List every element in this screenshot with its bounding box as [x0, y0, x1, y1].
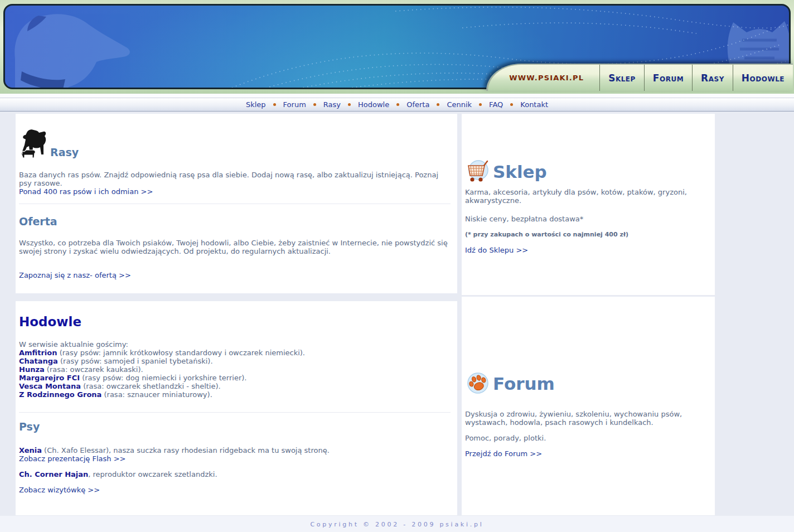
psy-entry-2: Ch. Corner Hajan, reproduktor owczarek s… [19, 470, 451, 478]
site-url-label: WWW.PSIAKI.PL [509, 74, 584, 82]
kennel-details: (rasa: owczarek kaukaski). [45, 365, 143, 374]
rasy-header-row: Rasy [19, 128, 451, 158]
header-tabs: Sklep Forum Rasy Hodowle [599, 65, 793, 91]
psy-card-link[interactable]: Zobacz wizytówkę >> [19, 486, 451, 494]
kennel-details: (rasa: sznaucer miniaturowy). [101, 390, 212, 399]
forum-header-row: Forum [465, 370, 708, 396]
dog-name: Ch. Corner Hajan [19, 470, 88, 478]
rasy-link[interactable]: Ponad 400 ras psów i ich odmian >> [19, 187, 451, 196]
nav-item-kontakt[interactable]: Kontakt [518, 100, 550, 109]
kennel-details: (rasy psów: jamnik krótkowłosy standardo… [57, 349, 306, 357]
psy-flash-link[interactable]: Zobacz prezentację Flash >> [19, 454, 451, 463]
nav-bullet-icon [396, 103, 399, 106]
forum-description: Dyskusja o zdrowiu, żywieniu, szkoleniu,… [465, 410, 708, 427]
rasy-description: Baza danych ras psów. Znajdź odpowiednią… [19, 171, 451, 187]
sklep-title: Sklep [493, 162, 547, 182]
tab-rasy[interactable]: Rasy [692, 65, 733, 91]
main-content: Rasy Baza danych ras psów. Znajdź odpowi… [0, 112, 794, 515]
kennel-list-item: Amfitrion (rasy psów: jamnik krótkowłosy… [19, 349, 451, 357]
oferta-link[interactable]: Zapoznaj się z nasz- ofertą >> [19, 271, 451, 279]
hodowle-title: Hodowle [19, 315, 451, 329]
nav-item-oferta[interactable]: Oferta [404, 100, 432, 109]
oferta-title: Oferta [19, 215, 451, 228]
page-header: WWW.PSIAKI.PL Sklep Forum Rasy Hodowle [0, 0, 794, 94]
rasy-title: Rasy [50, 146, 79, 158]
nav-item-rasy[interactable]: Rasy [321, 100, 343, 109]
kennel-name[interactable]: Chatanga [19, 357, 58, 365]
kennel-name[interactable]: Vesca Montana [19, 382, 81, 390]
nav-bullet-icon [510, 103, 513, 106]
kennel-details: (rasa: owczarek shetlandzki - sheltie). [81, 382, 221, 390]
tab-forum[interactable]: Forum [644, 65, 692, 91]
kennel-name[interactable]: Hunza [19, 365, 45, 374]
sklep-note: (* przy zakupach o wartości co najmniej … [465, 231, 708, 238]
nav-bullet-icon [437, 103, 439, 106]
tab-hodowle[interactable]: Hodowle [733, 65, 793, 91]
kennel-list-item: Margarejro FCI (rasy psów: dog niemiecki… [19, 374, 451, 382]
panel-hodowle-psy: Hodowle W serwisie aktualnie gościmy: Am… [16, 301, 457, 515]
dog-details: (Ch. Xafo Elessar), nasza suczka rasy rh… [42, 446, 330, 454]
dog-name: Xenia [19, 446, 42, 454]
secondary-nav: Sklep Forum Rasy Hodowle Oferta Cennik F… [0, 98, 794, 112]
panel-rasy-oferta: Rasy Baza danych ras psów. Znajdź odpowi… [16, 114, 457, 293]
tab-sklep[interactable]: Sklep [599, 65, 644, 91]
hodowle-intro: W serwisie aktualnie gościmy: [19, 340, 451, 349]
sklep-promo: Niskie ceny, bezpłatna dostawa* [465, 215, 708, 223]
nav-bullet-icon [273, 103, 276, 106]
sklep-link[interactable]: Idź do Sklepu >> [465, 246, 708, 254]
forum-title: Forum [493, 374, 555, 394]
psy-entry-1: Xenia (Ch. Xafo Elessar), nasza suczka r… [19, 446, 451, 454]
kennel-name[interactable]: Z Rodzinnego Grona [19, 390, 101, 399]
section-divider [19, 204, 451, 204]
kennel-name[interactable]: Margarejro FCI [19, 374, 80, 382]
kennel-details: (rasy psów: dog niemiecki i yorkshire te… [80, 374, 246, 382]
psy-title: Psy [19, 420, 451, 433]
subnav-spacer [0, 94, 794, 98]
nav-bullet-icon [348, 103, 351, 106]
dogs-silhouette-icon [19, 128, 48, 158]
kennel-list-item: Hunza (rasa: owczarek kaukaski). [19, 365, 451, 374]
right-column: Sklep Karma, akcesoria, artykuły dla psó… [462, 114, 715, 515]
nav-item-forum[interactable]: Forum [281, 100, 308, 109]
sklep-description: Karma, akcesoria, artykuły dla psów, kot… [465, 188, 708, 205]
kennel-list-item: Chatanga (rasy psów: samojed i spaniel t… [19, 357, 451, 365]
forum-promo: Pomoc, porady, plotki. [465, 434, 708, 442]
footer: Copyright © 2002 - 2009 psiaki.pl [0, 516, 794, 532]
forum-link[interactable]: Przejdź do Forum >> [465, 449, 708, 458]
shopping-cart-icon [465, 158, 491, 185]
nav-bullet-icon [479, 103, 482, 106]
nav-bullet-icon [313, 103, 316, 106]
nav-item-hodowle[interactable]: Hodowle [356, 100, 391, 109]
kennel-name[interactable]: Amfitrion [19, 349, 57, 357]
kennel-list-item: Vesca Montana (rasa: owczarek shetlandzk… [19, 382, 451, 390]
kennel-list-item: Z Rodzinnego Grona (rasa: sznaucer minia… [19, 390, 451, 399]
nav-item-faq[interactable]: FAQ [487, 100, 505, 109]
header-nav-strip: WWW.PSIAKI.PL Sklep Forum Rasy Hodowle [486, 64, 793, 91]
sklep-header-row: Sklep [465, 158, 708, 185]
section-divider [19, 412, 451, 413]
nav-item-sklep[interactable]: Sklep [244, 100, 268, 109]
left-column: Rasy Baza danych ras psów. Znajdź odpowi… [16, 114, 457, 515]
nav-item-cennik[interactable]: Cennik [444, 100, 474, 109]
copyright-text: Copyright © 2002 - 2009 psiaki.pl [310, 521, 483, 528]
paw-icon [465, 370, 491, 396]
panel-forum: Forum Dyskusja o zdrowiu, żywieniu, szko… [462, 297, 715, 515]
panel-sklep: Sklep Karma, akcesoria, artykuły dla psó… [462, 114, 715, 295]
dog-details: , reproduktor owczarek szetlandzki. [88, 470, 217, 478]
kennel-details: (rasy psów: samojed i spaniel tybetański… [58, 357, 213, 365]
oferta-description: Wszystko, co potrzeba dla Twoich psiaków… [19, 239, 451, 255]
